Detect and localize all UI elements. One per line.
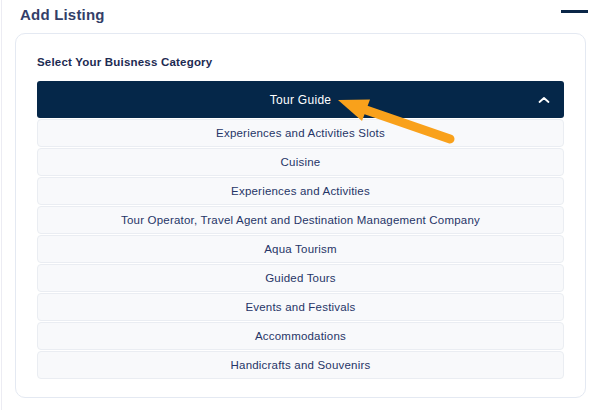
category-option[interactable]: Guided Tours: [37, 264, 564, 292]
category-option[interactable]: Handicrafts and Souvenirs: [37, 351, 564, 379]
category-dropdown-header[interactable]: Tour Guide: [37, 81, 564, 118]
page-edge-divider: [1, 0, 2, 410]
minus-icon: [561, 10, 588, 13]
category-option[interactable]: Accommodations: [37, 322, 564, 350]
category-option[interactable]: Experiences and Activities Slots: [37, 119, 564, 147]
category-option[interactable]: Events and Festivals: [37, 293, 564, 321]
add-listing-card: Select Your Buisness Category Tour Guide…: [15, 33, 586, 398]
dropdown-selected-value: Tour Guide: [270, 93, 332, 107]
category-option[interactable]: Cuisine: [37, 148, 564, 176]
page-title: Add Listing: [20, 6, 105, 23]
chevron-up-icon: [538, 96, 550, 104]
category-label: Select Your Buisness Category: [37, 56, 564, 68]
category-option[interactable]: Experiences and Activities: [37, 177, 564, 205]
collapse-button[interactable]: [556, 4, 592, 18]
category-option[interactable]: Tour Operator, Travel Agent and Destinat…: [37, 206, 564, 234]
category-option[interactable]: Aqua Tourism: [37, 235, 564, 263]
category-options: Experiences and Activities SlotsCuisineE…: [37, 119, 564, 379]
